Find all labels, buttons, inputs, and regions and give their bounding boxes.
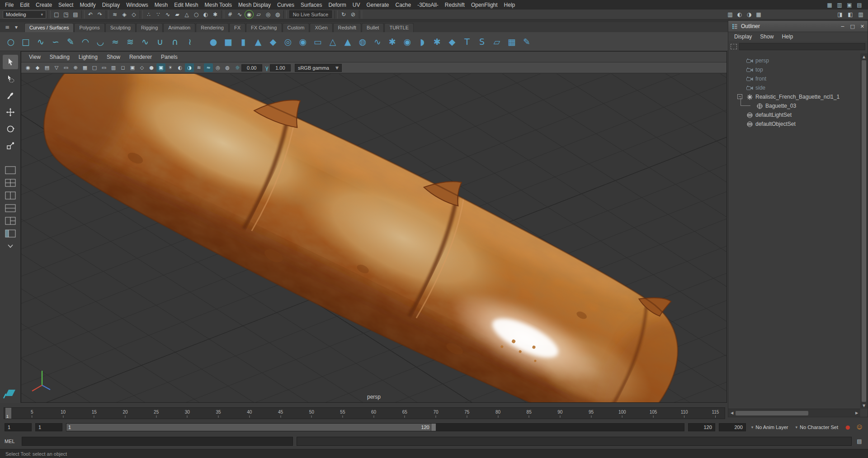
select-tool[interactable]	[3, 55, 18, 69]
x-ray-icon[interactable]: ◍	[223, 63, 232, 72]
polygon-cone-icon[interactable]: ▲	[252, 35, 264, 48]
shadows-icon[interactable]: ◐	[175, 63, 184, 72]
polygon-cube-icon[interactable]: ■	[222, 35, 235, 48]
gamma-field[interactable]: γ 1.00	[265, 64, 291, 72]
nurbs-square-icon[interactable]: □	[19, 35, 32, 48]
paint-selection-tool[interactable]	[3, 88, 18, 103]
scrollbar-thumb[interactable]	[862, 60, 866, 402]
menu-help[interactable]: Help	[501, 1, 519, 9]
lights-icon[interactable]: ☀	[166, 63, 175, 72]
polygon-plane-icon[interactable]: ▭	[311, 35, 324, 48]
image-plane-icon[interactable]: ▭	[61, 63, 71, 72]
polygon-pyramid-icon[interactable]: △	[326, 35, 339, 48]
menu-uv[interactable]: UV	[349, 1, 363, 9]
live-surface-field[interactable]: No Live Surface	[289, 10, 332, 18]
menu-pin-icon[interactable]: ▤	[855, 1, 863, 9]
time-slider[interactable]: 5101520253035404550556065707580859095100…	[4, 407, 725, 419]
range-slider-track[interactable]: 1 120	[66, 423, 684, 431]
anim-layer-dropdown[interactable]: ▾ No Anim Layer	[750, 425, 790, 430]
menu-3dtoall[interactable]: -3DtoAll-	[414, 1, 442, 9]
super-ellipse-icon[interactable]: ◗	[416, 35, 429, 48]
minimize-button[interactable]: −	[840, 24, 844, 29]
snap-to-grid-icon[interactable]: #	[226, 10, 235, 19]
nurbs-circle-icon[interactable]: ○	[5, 35, 17, 48]
offset-curve-icon[interactable]: ∪	[154, 35, 166, 48]
polygon-helix-icon[interactable]: ∿	[371, 35, 384, 48]
polygon-pipe-icon[interactable]: ◍	[356, 35, 369, 48]
menu-select[interactable]: Select	[55, 1, 76, 9]
menu-openflight[interactable]: OpenFlight	[468, 1, 501, 9]
exposure-value[interactable]: 0.00	[241, 64, 262, 72]
ultra-shape-icon[interactable]: ◆	[446, 35, 458, 48]
insert-knot-icon[interactable]: ∩	[169, 35, 181, 48]
attribute-editor-toggle-icon[interactable]: ◨	[835, 10, 844, 19]
outliner-item-baguette-03[interactable]: Baguette_03	[728, 101, 860, 110]
tool-settings-toggle-icon[interactable]: ◧	[846, 10, 855, 19]
move-tool[interactable]	[3, 105, 18, 119]
command-input[interactable]	[22, 437, 293, 446]
statusline-separator[interactable]	[106, 10, 109, 19]
workspace-selector-icon[interactable]: ▦	[826, 1, 834, 9]
polygon-cylinder-icon[interactable]: ▮	[237, 35, 250, 48]
polygon-sphere-icon[interactable]: ●	[207, 35, 220, 48]
select-points-mask-icon[interactable]: ∵	[154, 10, 163, 19]
shelf-tab-fx[interactable]: FX	[229, 23, 245, 32]
menu-modify[interactable]: Modify	[76, 1, 99, 9]
select-object-icon[interactable]: ◈	[120, 10, 129, 19]
layout-two-stacked[interactable]	[4, 203, 17, 213]
outliner-item-defaultobjectset[interactable]: defaultObjectSet	[728, 119, 860, 129]
polygon-disc-icon[interactable]: ◉	[297, 35, 309, 48]
panel-menu-show[interactable]: Show	[103, 53, 124, 61]
menu-curves[interactable]: Curves	[274, 1, 297, 9]
snap-to-curve-icon[interactable]: ∿	[235, 10, 244, 19]
command-language-toggle[interactable]: MEL	[5, 439, 18, 444]
layout-outliner-persp[interactable]	[4, 229, 17, 239]
film-gate-icon[interactable]: □	[90, 63, 99, 72]
lock-camera-icon[interactable]: ◆	[33, 63, 42, 72]
statusline-separator[interactable]	[47, 10, 51, 19]
playback-range[interactable]: 1 120	[66, 424, 436, 431]
undo-icon[interactable]: ↶	[86, 10, 95, 19]
statusline-separator[interactable]	[359, 10, 362, 19]
shelf-tab-animation[interactable]: Animation	[163, 23, 195, 32]
three-point-arc-icon[interactable]: ◠	[79, 35, 92, 48]
shelf-tab-options-icon[interactable]: ▾	[13, 24, 20, 30]
menu-mesh-tools[interactable]: Mesh Tools	[202, 1, 235, 9]
shelf-tab-rigging[interactable]: Rigging	[136, 23, 163, 32]
menu-redshift[interactable]: Redshift	[442, 1, 468, 9]
open-scene-icon[interactable]: ◳	[61, 10, 71, 19]
extend-curve-icon[interactable]: ≀	[184, 35, 196, 48]
gate-mask-icon[interactable]: ▥	[109, 63, 118, 72]
outliner-item-side[interactable]: side	[728, 83, 860, 92]
shelf-tab-polygons[interactable]: Polygons	[74, 23, 104, 32]
statusline-separator[interactable]	[335, 10, 338, 19]
bookmarks-icon[interactable]: ▽	[52, 63, 61, 72]
outliner-item-persp[interactable]: persp	[728, 56, 860, 65]
shaded-icon[interactable]: ●	[147, 63, 156, 72]
construction-plane-icon[interactable]: ▱	[491, 35, 503, 48]
ep-curve-tool-icon[interactable]: ∿	[34, 35, 47, 48]
outliner-menu-show[interactable]: Show	[756, 33, 777, 40]
make-live-icon[interactable]: ◍	[273, 10, 282, 19]
redo-icon[interactable]: ↷	[95, 10, 104, 19]
select-dynamics-mask-icon[interactable]: ○	[192, 10, 201, 19]
camera-attributes-icon[interactable]: ▤	[42, 63, 52, 72]
layout-more[interactable]	[4, 241, 17, 251]
animation-end-field[interactable]: 200	[719, 423, 746, 431]
shelf-tab-sculpting[interactable]: Sculpting	[105, 23, 136, 32]
shelf-menu-icon[interactable]: ≡	[4, 24, 11, 30]
select-curves-mask-icon[interactable]: ∿	[163, 10, 172, 19]
maximize-button[interactable]: □	[850, 24, 854, 29]
command-result-field[interactable]	[297, 437, 852, 446]
polygon-torus-icon[interactable]: ◎	[282, 35, 294, 48]
shelf-tab-custom[interactable]: Custom	[283, 23, 310, 32]
isolate-select-icon[interactable]: ◎	[213, 63, 222, 72]
shelf-tab-xgen[interactable]: XGen	[310, 23, 332, 32]
menu-cache[interactable]: Cache	[392, 1, 414, 9]
panel-menu-view[interactable]: View	[25, 53, 45, 61]
window-layout-icon[interactable]: ▥	[835, 1, 844, 9]
scroll-down-icon[interactable]: ▼	[863, 402, 865, 409]
shelf-tab-turtle[interactable]: TURTLE	[384, 23, 414, 32]
statusline-separator[interactable]	[283, 10, 287, 19]
no-construction-history-icon[interactable]: ⊘	[349, 10, 358, 19]
